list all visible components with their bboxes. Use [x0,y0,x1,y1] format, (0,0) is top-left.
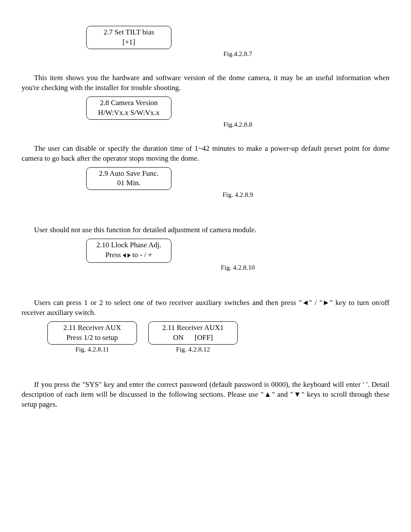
figure-value: [+1] [94,37,163,47]
figure-value: Press to - / + [94,250,163,261]
figure-2-11a: 2.11 Receiver AUX Press 1/2 to setup Fig… [47,321,137,353]
paragraph-text: If you press the "SYS" key and enter the… [22,380,389,408]
figure-box: 2.11 Receiver AUX Press 1/2 to setup [47,321,137,345]
figure-title: 2.10 Llock Phase Adj. [94,240,163,250]
figure-title: 2.11 Receiver AUX1 [156,323,230,333]
figure-2-7: 2.7 Set TILT bias [+1] Fig.4.2.8.7 [86,26,389,58]
figure-title: 2.9 Auto Save Func. [94,169,163,179]
figure-title: 2.11 Receiver AUX [56,323,129,333]
figure-value: Press 1/2 to setup [56,333,129,343]
figure-value-suffix: to - / + [131,251,152,259]
paragraph-text: Users can press 1 or 2 to select one of … [22,299,389,317]
figure-value-prefix: Press [106,251,123,259]
svg-marker-1 [128,253,131,258]
figure-title: 2.8 Camera Version [94,98,163,108]
figure-2-9: 2.9 Auto Save Func. 01 Min. Fig. 4.2.8.9 [86,167,389,199]
figure-2-8: 2.8 Camera Version H/W:Vx.x S/W:Vx.x Fig… [86,96,389,128]
figure-caption: Fig.4.2.8.8 [86,121,389,128]
figure-caption: Fig. 4.2.8.9 [86,191,389,199]
figure-box: 2.9 Auto Save Func. 01 Min. [86,167,171,190]
paragraph-text: This item shows you the hardware and sof… [22,74,389,92]
left-right-arrow-icon [123,251,131,261]
figure-box: 2.8 Camera Version H/W:Vx.x S/W:Vx.x [86,96,171,120]
figure-2-11b: 2.11 Receiver AUX1 ON [OFF] Fig. 4.2.8.1… [148,321,238,353]
paragraph: This item shows you the hardware and sof… [22,73,389,93]
svg-marker-0 [123,253,126,258]
figure-box: 2.10 Llock Phase Adj. Press to - / + [86,239,171,263]
figure-value: H/W:Vx.x S/W:Vx.x [94,108,163,118]
figure-caption: Fig. 4.2.8.11 [47,345,137,353]
figure-value: 01 Min. [94,178,163,188]
paragraph: The user can disable or specify the dura… [22,144,389,164]
figure-title: 2.7 Set TILT bias [94,28,163,37]
figure-caption: Fig.4.2.8.7 [86,50,389,58]
paragraph: User should not use this function for de… [22,225,389,235]
figure-caption: Fig. 4.2.8.10 [86,264,389,271]
figure-box: 2.11 Receiver AUX1 ON [OFF] [148,321,238,345]
figure-row: 2.11 Receiver AUX Press 1/2 to setup Fig… [47,321,389,353]
figure-box: 2.7 Set TILT bias [+1] [86,26,171,49]
paragraph: Users can press 1 or 2 to select one of … [22,298,389,318]
paragraph-text: User should not use this function for de… [34,226,256,234]
figure-caption: Fig. 4.2.8.12 [148,345,238,353]
paragraph-text: The user can disable or specify the dura… [22,144,389,162]
paragraph: If you press the "SYS" key and enter the… [22,380,389,410]
figure-2-10: 2.10 Llock Phase Adj. Press to - / + Fig… [86,239,389,271]
figure-value: ON [OFF] [156,333,230,343]
